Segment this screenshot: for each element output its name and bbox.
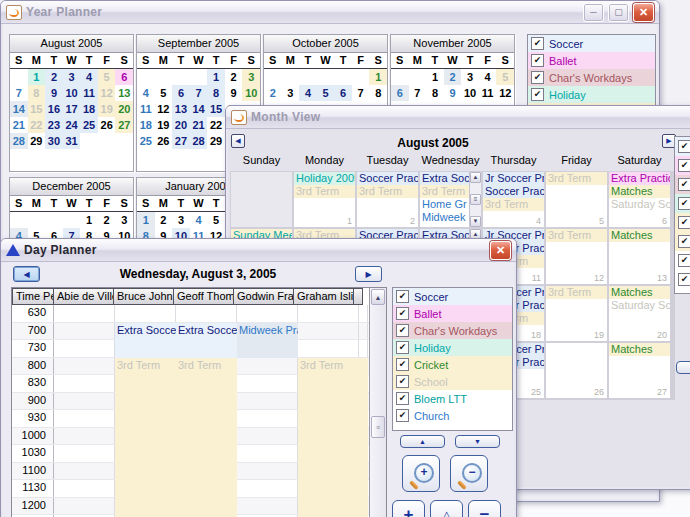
event[interactable]: Saturday Sc	[609, 299, 670, 312]
day-cell[interactable]: 28	[10, 133, 28, 149]
legend-item[interactable]: ✔Cricket	[393, 356, 512, 373]
day-cell[interactable]	[28, 212, 46, 228]
schedule-cell[interactable]	[237, 463, 298, 480]
checkbox[interactable]: ✔	[531, 37, 544, 50]
day-cell[interactable]: 1	[137, 212, 155, 228]
day-cell[interactable]	[63, 212, 81, 228]
event[interactable]: Matches	[609, 343, 670, 356]
day-cell[interactable]: Soccer Prac3rd Term2	[357, 172, 418, 227]
schedule-cell[interactable]	[237, 480, 298, 497]
checkbox[interactable]: ✔	[531, 71, 544, 84]
checkbox[interactable]: ✔	[396, 409, 409, 422]
day-cell[interactable]: 3	[461, 69, 479, 85]
schedule-cell[interactable]	[115, 305, 176, 322]
day-cell[interactable]: 6	[172, 85, 190, 101]
schedule-cell[interactable]	[54, 323, 115, 340]
legend-item[interactable]: ✔Soccer	[528, 35, 655, 52]
day-cell[interactable]: 22	[28, 117, 46, 133]
event[interactable]: 3rd Term	[298, 358, 359, 517]
day-cell[interactable]	[10, 69, 28, 85]
legend-item[interactable]: ✔School	[393, 373, 512, 390]
schedule-cell[interactable]	[54, 393, 115, 410]
day-cell[interactable]	[352, 69, 370, 85]
checkbox[interactable]: ✔	[678, 273, 690, 286]
schedule-cell[interactable]	[54, 410, 115, 427]
legend-item[interactable]: ✔Bloem LTT	[393, 390, 512, 407]
legend-item[interactable]: ✔School	[675, 232, 690, 251]
schedule-cell[interactable]	[359, 340, 368, 357]
schedule-cell[interactable]	[237, 305, 298, 322]
day-cell[interactable]: 2	[444, 69, 462, 85]
day-cell[interactable]: 1	[28, 69, 46, 85]
scroll-up-button[interactable]: ▲	[400, 435, 445, 448]
schedule-cell[interactable]	[54, 463, 115, 480]
day-cell[interactable]: 3	[172, 212, 190, 228]
next-day-button[interactable]: ▶	[355, 266, 382, 282]
day-cell[interactable]: 8	[207, 85, 225, 101]
schedule-cell[interactable]	[237, 445, 298, 462]
legend-item[interactable]: ✔Bloem LTT	[675, 251, 690, 270]
day-cell[interactable]	[137, 69, 155, 85]
vertical-scrollbar[interactable]: ▲≡	[369, 288, 386, 517]
day-cell[interactable]: 25	[137, 133, 155, 149]
expand-button[interactable]: △	[430, 500, 463, 517]
schedule-cell[interactable]	[54, 445, 115, 462]
year-planner-titlebar[interactable]: Year Planner ─ ▢ ✕	[1, 1, 659, 24]
checkbox[interactable]: ✔	[396, 392, 409, 405]
day-cell[interactable]: 4	[137, 85, 155, 101]
day-cell[interactable]	[264, 69, 282, 85]
schedule-cell[interactable]	[176, 305, 237, 322]
event[interactable]: 3rd Term	[546, 229, 607, 242]
day-cell[interactable]: 4	[479, 69, 497, 85]
day-cell[interactable]: 11	[80, 85, 98, 101]
legend-item[interactable]: ✔Ballet	[528, 52, 655, 69]
day-cell[interactable]: 10	[63, 85, 81, 101]
schedule-cell[interactable]	[298, 340, 359, 357]
day-cell[interactable]: 3	[242, 69, 260, 85]
day-cell[interactable]: Jr Soccer PrSoccer Prac3rd Term4	[483, 172, 544, 227]
minimize-button[interactable]: ─	[583, 3, 604, 22]
day-cell[interactable]: 6	[391, 85, 409, 101]
day-cell[interactable]	[190, 69, 208, 85]
day-cell[interactable]: 23	[45, 117, 63, 133]
day-cell[interactable]	[80, 133, 98, 149]
day-cell[interactable]: 21	[190, 117, 208, 133]
schedule-cell[interactable]	[237, 410, 298, 427]
event[interactable]: Midweek Pra	[237, 323, 298, 358]
legend-item[interactable]: ✔Cricket	[675, 213, 690, 232]
day-cell[interactable]: 2	[45, 69, 63, 85]
checkbox[interactable]: ✔	[396, 375, 409, 388]
day-cell[interactable]: 19	[155, 117, 173, 133]
checkbox[interactable]: ✔	[396, 324, 409, 337]
event[interactable]	[359, 358, 368, 517]
schedule-cell[interactable]	[237, 375, 298, 392]
day-cell[interactable]: 5	[496, 69, 514, 85]
schedule-cell[interactable]	[54, 340, 115, 357]
legend-item[interactable]: ✔Ballet	[675, 156, 690, 175]
day-cell[interactable]: 14	[190, 101, 208, 117]
legend-item[interactable]: ✔Holiday	[528, 86, 655, 103]
schedule-cell[interactable]	[54, 375, 115, 392]
day-cell[interactable]: 13	[172, 101, 190, 117]
day-cell[interactable]: 8	[28, 85, 46, 101]
day-cell[interactable]: 2	[264, 85, 282, 101]
event[interactable]: 3rd Term	[294, 185, 355, 198]
day-cell[interactable]	[231, 172, 292, 227]
day-cell[interactable]	[172, 69, 190, 85]
checkbox[interactable]: ✔	[396, 307, 409, 320]
close-button[interactable]: ✕	[490, 241, 511, 260]
day-cell[interactable]: 13	[115, 85, 133, 101]
schedule-cell[interactable]	[54, 358, 115, 375]
legend-item[interactable]: ✔Holiday	[393, 339, 512, 356]
schedule-cell[interactable]	[237, 393, 298, 410]
event[interactable]: Extra Soccer	[115, 323, 176, 358]
day-cell[interactable]: 2	[155, 212, 173, 228]
day-cell[interactable]: 5	[155, 85, 173, 101]
day-cell[interactable]: 28	[190, 133, 208, 149]
day-cell[interactable]: 5	[317, 85, 335, 101]
day-cell[interactable]: 12	[98, 85, 116, 101]
event[interactable]: Extra Practic	[609, 172, 670, 185]
day-cell[interactable]: 3rd Term19	[546, 286, 607, 341]
scroll-thumb[interactable]: ≡	[371, 416, 385, 438]
day-cell[interactable]	[155, 69, 173, 85]
